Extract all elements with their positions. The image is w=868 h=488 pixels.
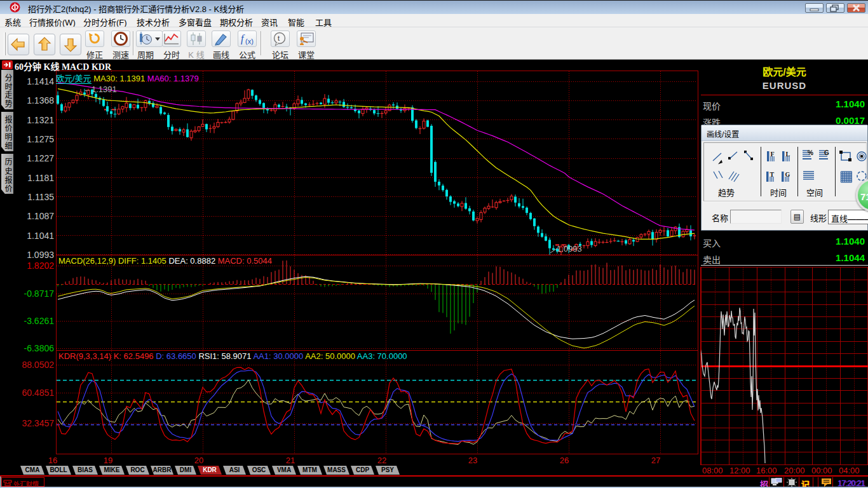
svg-text:t: t [278,34,280,42]
svg-text:G: G [785,171,790,178]
svg-text:G: G [824,149,829,156]
svg-text:F: F [771,151,775,158]
svg-text:L: L [786,151,790,158]
svg-text:(x): (x) [245,37,254,45]
svg-text:%: % [808,149,813,156]
svg-text:f: f [241,33,245,44]
svg-text:T: T [770,171,775,178]
